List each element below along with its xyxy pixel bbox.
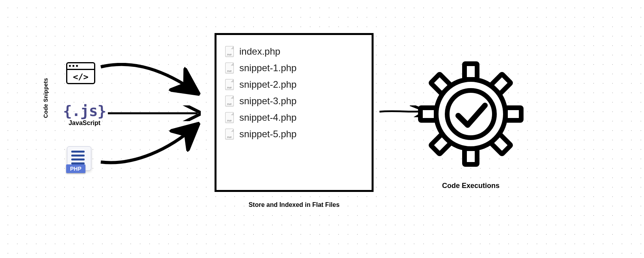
file-name: snippet-4.php	[239, 112, 296, 123]
code-window-icon: </>	[66, 62, 95, 84]
php-file-icon	[225, 129, 234, 140]
php-file-icon	[225, 63, 234, 74]
file-row: snippet-3.php	[225, 96, 363, 107]
code-glyph: </>	[67, 72, 94, 82]
center-caption: Store and Indexed in Flat Files	[215, 201, 374, 208]
file-row: index.php	[225, 46, 363, 57]
php-ribbon-label: PHP	[66, 164, 85, 173]
php-file-icon	[225, 79, 234, 90]
file-name: index.php	[239, 46, 280, 57]
gear-check-icon	[416, 59, 526, 171]
file-name: snippet-3.php	[239, 96, 296, 107]
code-executions-label: Code Executions	[416, 182, 526, 190]
code-snippets-label: Code Snippets	[43, 78, 49, 118]
php-file-icon	[225, 46, 234, 57]
arrow-php-to-box	[98, 118, 201, 165]
arrow-code-to-box	[98, 63, 201, 98]
file-row: snippet-4.php	[225, 112, 363, 123]
file-row: snippet-1.php	[225, 63, 363, 74]
file-name: snippet-1.php	[239, 63, 296, 74]
php-icon: PHP	[67, 146, 91, 171]
file-row: snippet-2.php	[225, 79, 363, 90]
file-row: snippet-5.php	[225, 129, 363, 140]
flat-files-box: index.php snippet-1.php snippet-2.php sn…	[215, 33, 374, 192]
file-name: snippet-2.php	[239, 79, 296, 90]
php-file-icon	[225, 96, 234, 107]
js-curly-glyph: {.js}	[63, 102, 106, 120]
file-name: snippet-5.php	[239, 129, 296, 140]
php-file-icon	[225, 112, 234, 123]
